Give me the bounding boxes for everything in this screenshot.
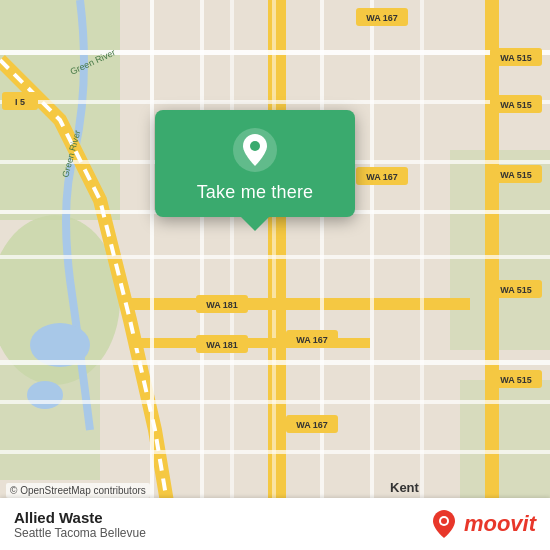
svg-point-58: [441, 518, 447, 524]
svg-rect-5: [460, 380, 550, 500]
location-pin-icon: [233, 128, 277, 172]
svg-text:WA 167: WA 167: [296, 335, 328, 345]
svg-text:WA 167: WA 167: [366, 13, 398, 23]
svg-text:WA 167: WA 167: [296, 420, 328, 430]
svg-rect-13: [0, 50, 550, 55]
svg-text:WA 181: WA 181: [206, 300, 238, 310]
svg-rect-8: [268, 0, 286, 550]
svg-rect-14: [0, 100, 550, 104]
svg-text:WA 515: WA 515: [500, 285, 532, 295]
svg-rect-27: [420, 0, 424, 550]
svg-rect-11: [130, 298, 470, 310]
moovit-text: moovit: [464, 511, 536, 537]
place-info: Allied Waste Seattle Tacoma Bellevue: [14, 509, 146, 540]
moovit-logo: moovit: [428, 508, 536, 540]
popup-card: Take me there: [155, 110, 355, 217]
svg-rect-20: [0, 450, 550, 454]
svg-rect-10: [485, 0, 499, 550]
svg-text:Kent: Kent: [390, 480, 420, 495]
svg-rect-22: [150, 0, 154, 550]
svg-text:WA 181: WA 181: [206, 340, 238, 350]
place-subtitle: Seattle Tacoma Bellevue: [14, 526, 146, 540]
svg-rect-18: [0, 360, 550, 365]
svg-point-7: [27, 381, 63, 409]
moovit-pin-icon: [428, 508, 460, 540]
svg-rect-26: [370, 0, 374, 550]
bottom-bar: Allied Waste Seattle Tacoma Bellevue moo…: [0, 498, 550, 550]
svg-rect-23: [200, 0, 204, 550]
svg-text:I 5: I 5: [15, 97, 25, 107]
map-container: I 5 WA 167 WA 515 WA 515 WA 515 WA 515 W…: [0, 0, 550, 550]
svg-text:WA 167: WA 167: [366, 172, 398, 182]
svg-text:WA 515: WA 515: [500, 170, 532, 180]
svg-rect-19: [0, 400, 550, 404]
svg-text:WA 515: WA 515: [500, 375, 532, 385]
svg-rect-24: [230, 0, 234, 550]
svg-rect-9: [272, 0, 276, 550]
svg-rect-17: [0, 255, 550, 259]
place-name: Allied Waste: [14, 509, 146, 526]
svg-point-56: [250, 141, 260, 151]
svg-text:WA 515: WA 515: [500, 53, 532, 63]
svg-text:WA 515: WA 515: [500, 100, 532, 110]
svg-rect-25: [320, 0, 324, 550]
take-me-there-button[interactable]: Take me there: [197, 182, 314, 203]
copyright-text: © OpenStreetMap contributors: [6, 483, 150, 498]
